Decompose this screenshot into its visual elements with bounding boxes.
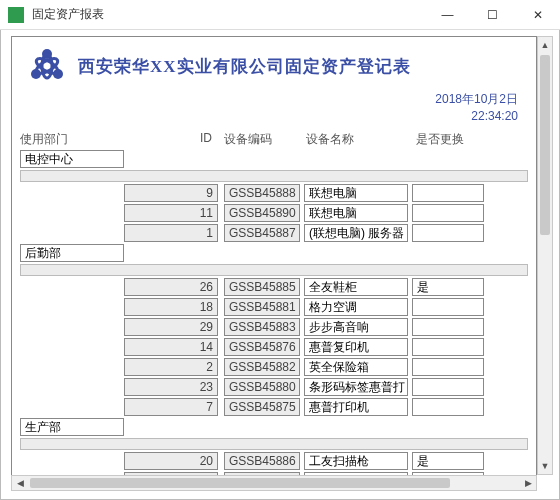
scroll-left-icon[interactable]: ◀ [12, 476, 28, 490]
report-date: 2018年10月2日 [12, 91, 518, 108]
flag-cell[interactable]: 是 [412, 278, 484, 296]
col-flag: 是否更换 [416, 131, 496, 148]
code-cell[interactable]: GSSB45886 [224, 452, 300, 470]
horizontal-scroll-thumb[interactable] [30, 478, 450, 488]
table-row: 14GSSB45876惠普复印机 [20, 338, 528, 356]
flag-cell[interactable] [412, 204, 484, 222]
name-cell[interactable]: 步步高音响 [304, 318, 408, 336]
flag-cell[interactable] [412, 298, 484, 316]
name-cell[interactable]: (联想电脑) 服务器 [304, 224, 408, 242]
row-spacer [20, 398, 124, 416]
row-spacer [20, 318, 124, 336]
app-icon [8, 7, 24, 23]
scroll-down-icon[interactable]: ▼ [538, 458, 552, 474]
vertical-scroll-thumb[interactable] [540, 55, 550, 235]
flag-cell[interactable] [412, 338, 484, 356]
window-titlebar: 固定资产报表 — ☐ ✕ [0, 0, 560, 30]
id-cell[interactable]: 26 [124, 278, 218, 296]
row-spacer [20, 224, 124, 242]
id-cell[interactable]: 2 [124, 358, 218, 376]
code-cell[interactable]: GSSB45881 [224, 298, 300, 316]
row-spacer [20, 278, 124, 296]
report-area: 西安荣华XX实业有限公司固定资产登记表 2018年10月2日 22:34:20 … [11, 36, 537, 487]
group-header: 电控中心 [20, 150, 528, 168]
table-row: 1GSSB45887(联想电脑) 服务器 [20, 224, 528, 242]
scroll-right-icon[interactable]: ▶ [520, 476, 536, 490]
col-code: 设备编码 [224, 131, 306, 148]
name-cell[interactable]: 条形码标签惠普打 [304, 378, 408, 396]
flag-cell[interactable] [412, 398, 484, 416]
client-area: 西安荣华XX实业有限公司固定资产登记表 2018年10月2日 22:34:20 … [0, 30, 560, 500]
id-cell[interactable]: 18 [124, 298, 218, 316]
id-cell[interactable]: 23 [124, 378, 218, 396]
table-row: 26GSSB45885全友鞋柜是 [20, 278, 528, 296]
table-row: 11GSSB45890联想电脑 [20, 204, 528, 222]
code-cell[interactable]: GSSB45876 [224, 338, 300, 356]
minimize-button[interactable]: — [425, 0, 470, 29]
row-spacer [20, 298, 124, 316]
group-header: 生产部 [20, 418, 528, 436]
row-spacer [20, 338, 124, 356]
col-name: 设备名称 [306, 131, 416, 148]
maximize-button[interactable]: ☐ [470, 0, 515, 29]
flag-cell[interactable]: 是 [412, 452, 484, 470]
name-cell[interactable]: 惠普打印机 [304, 398, 408, 416]
horizontal-scrollbar[interactable]: ◀ ▶ [11, 475, 537, 491]
flag-cell[interactable] [412, 184, 484, 202]
row-spacer [20, 184, 124, 202]
data-grid: 电控中心9GSSB45888联想电脑11GSSB45890联想电脑1GSSB45… [12, 150, 536, 487]
code-cell[interactable]: GSSB45890 [224, 204, 300, 222]
name-cell[interactable]: 联想电脑 [304, 204, 408, 222]
id-cell[interactable]: 9 [124, 184, 218, 202]
dept-cell[interactable]: 生产部 [20, 418, 124, 436]
id-cell[interactable]: 7 [124, 398, 218, 416]
name-cell[interactable]: 工友扫描枪 [304, 452, 408, 470]
row-spacer [20, 204, 124, 222]
code-cell[interactable]: GSSB45875 [224, 398, 300, 416]
dept-cell[interactable]: 电控中心 [20, 150, 124, 168]
code-cell[interactable]: GSSB45883 [224, 318, 300, 336]
name-cell[interactable]: 全友鞋柜 [304, 278, 408, 296]
table-row: 29GSSB45883步步高音响 [20, 318, 528, 336]
report-title: 西安荣华XX实业有限公司固定资产登记表 [72, 55, 526, 78]
dept-cell[interactable]: 后勤部 [20, 244, 124, 262]
col-id: ID [124, 131, 224, 148]
vertical-scrollbar[interactable]: ▲ ▼ [537, 36, 553, 475]
id-cell[interactable]: 11 [124, 204, 218, 222]
group-separator [20, 264, 528, 276]
flag-cell[interactable] [412, 358, 484, 376]
table-row: 18GSSB45881格力空调 [20, 298, 528, 316]
window-title: 固定资产报表 [32, 6, 425, 23]
name-cell[interactable]: 联想电脑 [304, 184, 408, 202]
group-header: 后勤部 [20, 244, 528, 262]
scroll-up-icon[interactable]: ▲ [538, 37, 552, 53]
group-separator [20, 170, 528, 182]
row-spacer [20, 452, 124, 470]
flag-cell[interactable] [412, 224, 484, 242]
report-time: 22:34:20 [12, 108, 518, 125]
group-separator [20, 438, 528, 450]
column-header-row: 使用部门 ID 设备编码 设备名称 是否更换 [12, 131, 536, 148]
id-cell[interactable]: 14 [124, 338, 218, 356]
name-cell[interactable]: 格力空调 [304, 298, 408, 316]
code-cell[interactable]: GSSB45888 [224, 184, 300, 202]
table-row: 23GSSB45880条形码标签惠普打 [20, 378, 528, 396]
id-cell[interactable]: 29 [124, 318, 218, 336]
flag-cell[interactable] [412, 318, 484, 336]
name-cell[interactable]: 英全保险箱 [304, 358, 408, 376]
code-cell[interactable]: GSSB45887 [224, 224, 300, 242]
name-cell[interactable]: 惠普复印机 [304, 338, 408, 356]
table-row: 9GSSB45888联想电脑 [20, 184, 528, 202]
row-spacer [20, 378, 124, 396]
row-spacer [20, 358, 124, 376]
id-cell[interactable]: 1 [124, 224, 218, 242]
table-row: 20GSSB45886工友扫描枪是 [20, 452, 528, 470]
col-dept: 使用部门 [20, 131, 124, 148]
code-cell[interactable]: GSSB45882 [224, 358, 300, 376]
id-cell[interactable]: 20 [124, 452, 218, 470]
code-cell[interactable]: GSSB45880 [224, 378, 300, 396]
flag-cell[interactable] [412, 378, 484, 396]
table-row: 7GSSB45875惠普打印机 [20, 398, 528, 416]
code-cell[interactable]: GSSB45885 [224, 278, 300, 296]
close-button[interactable]: ✕ [515, 0, 560, 29]
